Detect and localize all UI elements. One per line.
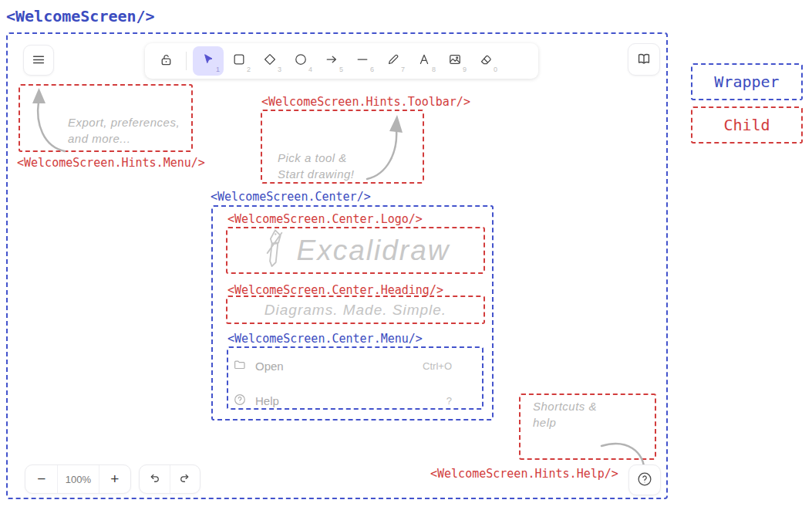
welcome-screen-label: <WelcomeScreen/> <box>6 7 155 25</box>
legend-wrapper: Wrapper <box>691 63 803 100</box>
center-menu-label: <WelcomeScreen.Center.Menu/> <box>227 332 423 346</box>
line-icon <box>355 52 370 70</box>
redo-icon <box>177 471 192 488</box>
welcome-screen-wrapper: 1 2 3 <box>6 32 668 499</box>
center-label: <WelcomeScreen.Center/> <box>211 190 371 204</box>
help-button[interactable] <box>628 464 661 495</box>
tool-arrow[interactable]: 5 <box>316 46 347 76</box>
zoom-controls: − 100% + <box>25 464 131 494</box>
center-heading-text: Diagrams. Made. Simple. <box>264 302 446 319</box>
text-icon <box>416 52 432 70</box>
toolbar-divider <box>186 52 187 70</box>
zoom-out-button[interactable]: − <box>25 465 57 493</box>
tool-draw[interactable]: 7 <box>378 46 409 76</box>
menu-item-label: Help <box>255 394 279 407</box>
image-icon <box>447 52 463 70</box>
zoom-in-button[interactable]: + <box>99 465 130 493</box>
pencil-icon <box>386 52 401 70</box>
legend-child: Child <box>691 106 803 144</box>
center-heading-box: Diagrams. Made. Simple. <box>226 296 485 324</box>
excalidraw-logo: Excalidraw <box>226 227 485 274</box>
tool-shortcut: 9 <box>463 66 467 73</box>
tool-rectangle[interactable]: 2 <box>224 46 254 76</box>
menu-item-shortcut: Ctrl+O <box>423 360 452 372</box>
question-mark-icon <box>636 471 653 490</box>
center-logo-label: <WelcomeScreen.Center.Logo/> <box>227 212 423 226</box>
cursor-icon <box>200 52 216 70</box>
book-icon <box>635 50 652 69</box>
legend-child-label: Child <box>723 116 770 134</box>
legend-wrapper-label: Wrapper <box>714 73 779 91</box>
menu-item-open[interactable]: Open Ctrl+O <box>233 353 452 379</box>
excalidraw-dagger-icon <box>261 228 288 274</box>
history-controls <box>139 464 200 494</box>
tool-shortcut: 1 <box>216 66 220 73</box>
diamond-icon <box>262 52 278 70</box>
tool-ellipse[interactable]: 4 <box>285 46 316 76</box>
menu-item-label: Open <box>255 360 284 373</box>
lock-tool-button[interactable] <box>150 46 181 76</box>
tool-eraser[interactable]: 0 <box>470 46 501 76</box>
eraser-icon <box>478 52 494 70</box>
tool-diamond[interactable]: 3 <box>254 46 285 76</box>
menu-item-help[interactable]: Help ? <box>233 387 452 414</box>
tool-shortcut: 7 <box>401 66 405 73</box>
hints-toolbar-text: Pick a tool & Start drawing! <box>278 150 355 182</box>
arrow-icon <box>324 52 339 70</box>
tool-image[interactable]: 9 <box>440 46 470 76</box>
hints-menu-label: <WelcomeScreen.Hints.Menu/> <box>17 156 205 170</box>
redo-button[interactable] <box>170 465 200 493</box>
help-circle-icon <box>233 393 247 409</box>
tool-shortcut: 3 <box>278 66 281 73</box>
unlock-icon <box>158 52 174 71</box>
tool-line[interactable]: 6 <box>347 46 378 76</box>
tool-shortcut: 0 <box>494 66 497 73</box>
page: <WelcomeScreen/> <box>0 0 812 510</box>
rectangle-icon <box>231 52 247 70</box>
hamburger-icon <box>30 51 47 70</box>
menu-item-shortcut: ? <box>446 395 452 407</box>
undo-icon <box>147 471 162 488</box>
main-menu-button[interactable] <box>23 45 54 76</box>
excalidraw-wordmark: Excalidraw <box>297 235 450 267</box>
library-button[interactable] <box>628 43 660 76</box>
zoom-level[interactable]: 100% <box>57 465 98 493</box>
hints-menu-text: Export, preferences, and more... <box>68 114 180 147</box>
folder-icon <box>233 358 247 374</box>
hints-help-label: <WelcomeScreen.Hints.Help/> <box>430 467 618 481</box>
undo-button[interactable] <box>140 465 170 493</box>
hints-help-text: Shortcuts & help <box>533 398 597 431</box>
tool-shortcut: 5 <box>339 66 343 73</box>
tool-text[interactable]: 8 <box>409 46 440 76</box>
tool-shortcut: 6 <box>370 66 374 73</box>
hints-toolbar-label: <WelcomeScreen.Hints.Toolbar/> <box>261 95 470 109</box>
tool-shortcut: 4 <box>308 66 312 73</box>
tool-selection[interactable]: 1 <box>193 46 224 76</box>
tool-shortcut: 2 <box>247 66 251 73</box>
tool-shortcut: 8 <box>432 66 436 73</box>
circle-icon <box>293 52 308 70</box>
toolbar: 1 2 3 <box>145 43 538 79</box>
